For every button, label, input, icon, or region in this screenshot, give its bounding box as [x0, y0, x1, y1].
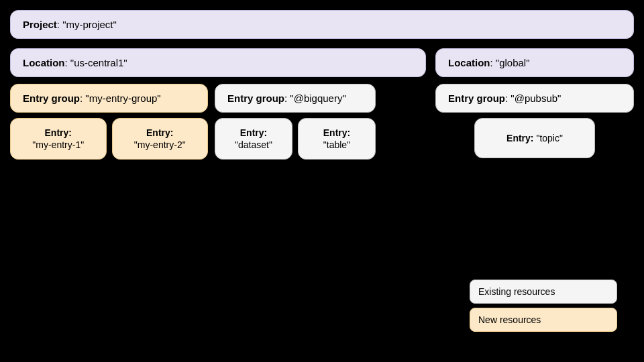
- location-label-right: Location: [448, 57, 490, 68]
- middle-section: Location: "us-central1" Entry group: "my…: [10, 48, 634, 352]
- location-box-us-central1: Location: "us-central1": [10, 48, 426, 77]
- entries-row-bigquery: Entry:"dataset" Entry:"table": [215, 118, 376, 160]
- location-column-left: Location: "us-central1" Entry group: "my…: [10, 48, 426, 352]
- entry-group-pubsub-header: Entry group: "@pubsub": [435, 84, 634, 113]
- legend: Existing resources New resources: [470, 280, 617, 332]
- legend-new: New resources: [470, 308, 617, 332]
- entry-my-entry-1: Entry:"my-entry-1": [10, 118, 107, 160]
- legend-existing: Existing resources: [470, 280, 617, 304]
- location-value-right: "global": [496, 57, 530, 68]
- location-box-global: Location: "global": [435, 48, 634, 77]
- entry-group-bigquery: Entry group: "@bigquery" Entry:"dataset"…: [215, 84, 376, 160]
- legend-existing-label: Existing resources: [478, 286, 555, 297]
- entry-dataset: Entry:"dataset": [215, 118, 292, 160]
- diagram-container: Project: "my-project" Location: "us-cent…: [10, 10, 634, 352]
- entries-row-my-entry-group: Entry:"my-entry-1" Entry:"my-entry-2": [10, 118, 208, 160]
- entry-group-pubsub: Entry group: "@pubsub" Entry: "topic": [435, 84, 634, 158]
- entry-groups-row-right: Entry group: "@pubsub" Entry: "topic": [435, 84, 634, 158]
- legend-new-label: New resources: [478, 314, 541, 325]
- location-column-right: Location: "global" Entry group: "@pubsub…: [435, 48, 634, 352]
- entries-row-pubsub: Entry: "topic": [435, 118, 634, 158]
- entry-group-bigquery-header: Entry group: "@bigquery": [215, 84, 376, 113]
- project-label: Project: [23, 19, 57, 30]
- location-value-left: "us-central1": [70, 57, 127, 68]
- project-value: "my-project": [62, 19, 117, 30]
- entry-my-entry-2: Entry:"my-entry-2": [112, 118, 209, 160]
- entry-topic: Entry: "topic": [474, 118, 595, 158]
- location-label-left: Location: [23, 57, 65, 68]
- entry-group-my-entry-group: Entry group: "my-entry-group" Entry:"my-…: [10, 84, 208, 160]
- project-box: Project: "my-project": [10, 10, 634, 39]
- entry-group-my-entry-group-header: Entry group: "my-entry-group": [10, 84, 208, 113]
- entry-groups-row-left: Entry group: "my-entry-group" Entry:"my-…: [10, 84, 426, 160]
- entry-table: Entry:"table": [298, 118, 376, 160]
